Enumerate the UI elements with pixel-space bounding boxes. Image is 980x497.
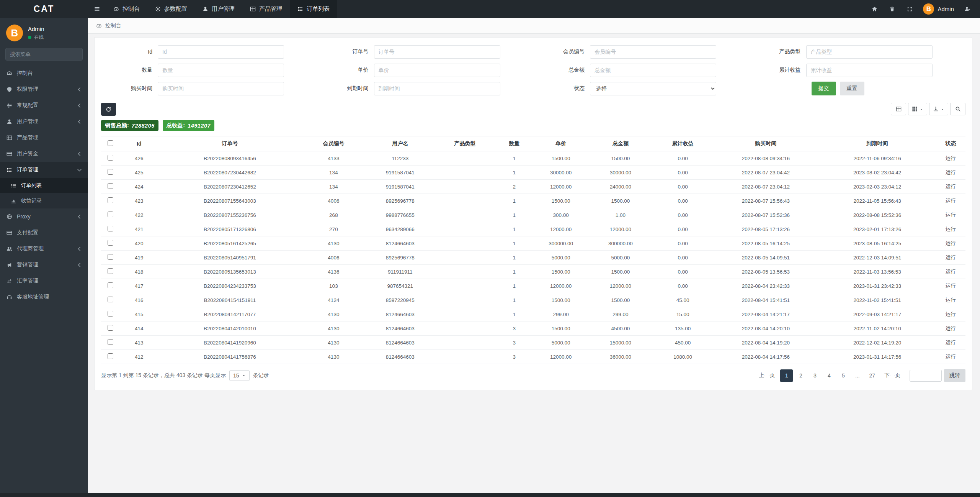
member-no-input[interactable] bbox=[590, 45, 716, 59]
order-no-input[interactable] bbox=[374, 45, 500, 59]
sidebar-item-link[interactable]: 控制台 bbox=[0, 65, 88, 81]
sidebar-item-link[interactable]: 常规配置 bbox=[0, 97, 88, 113]
col-order-no[interactable]: 订单号 bbox=[158, 136, 302, 151]
buy-time-input[interactable] bbox=[158, 82, 284, 95]
table-row[interactable]: 417B20220804234233753103987654321112000.… bbox=[101, 279, 965, 293]
toggle-view-button[interactable] bbox=[891, 103, 906, 115]
sidebar-item-link[interactable]: 权限管理 bbox=[0, 81, 88, 97]
table-row[interactable]: 421B202208051713268062709634289066112000… bbox=[101, 222, 965, 236]
select-all-checkbox[interactable] bbox=[108, 140, 113, 146]
topnav-item-0[interactable]: 控制台 bbox=[106, 0, 147, 18]
table-row[interactable]: 425B202208072304426821349191587041130000… bbox=[101, 166, 965, 180]
sidebar-item-link[interactable]: 支付配置 bbox=[0, 225, 88, 241]
col-expire-time[interactable]: 到期时间 bbox=[818, 136, 936, 151]
columns-button[interactable] bbox=[908, 103, 927, 115]
row-checkbox[interactable] bbox=[108, 169, 113, 175]
clear-cache-button[interactable] bbox=[883, 6, 901, 12]
refresh-button[interactable] bbox=[101, 103, 116, 116]
status-select[interactable]: 选择 bbox=[590, 82, 716, 95]
page-size-dropdown[interactable]: 15 bbox=[229, 370, 250, 381]
id-input[interactable] bbox=[158, 45, 284, 59]
unit-price-input[interactable] bbox=[374, 64, 500, 77]
col-unit-price[interactable]: 单价 bbox=[533, 136, 589, 151]
col-buy-time[interactable]: 购买时间 bbox=[713, 136, 818, 151]
row-checkbox[interactable] bbox=[108, 325, 113, 331]
col-member-no[interactable]: 会员编号 bbox=[302, 136, 366, 151]
row-checkbox[interactable] bbox=[108, 311, 113, 317]
table-row[interactable]: 418B20220805135653013413691191191111500.… bbox=[101, 265, 965, 279]
page-button-3[interactable]: 3 bbox=[808, 369, 821, 382]
table-row[interactable]: 413B202208041419209604130812466460335000… bbox=[101, 336, 965, 350]
reset-button[interactable]: 重置 bbox=[840, 82, 864, 95]
export-button[interactable] bbox=[929, 103, 948, 115]
col-earnings[interactable]: 累计收益 bbox=[653, 136, 713, 151]
sidebar-item-link[interactable]: 产品管理 bbox=[0, 130, 88, 146]
sidebar-item-link[interactable]: 代理商管理 bbox=[0, 241, 88, 257]
home-button[interactable] bbox=[866, 6, 883, 12]
col-username[interactable]: 用户名 bbox=[366, 136, 435, 151]
sidebar-item-link[interactable]: 订单管理 bbox=[0, 162, 88, 178]
menu-search-input[interactable] bbox=[6, 48, 82, 60]
earnings-input[interactable] bbox=[806, 64, 933, 77]
page-button-5[interactable]: 5 bbox=[837, 369, 849, 382]
table-row[interactable]: 424B202208072304126521349191587041212000… bbox=[101, 180, 965, 194]
table-row[interactable]: 420B202208051614252654130812466460313000… bbox=[101, 236, 965, 251]
table-row[interactable]: 414B202208041420100104130812466460331500… bbox=[101, 321, 965, 336]
navbar-user-menu[interactable]: B Admin bbox=[918, 3, 959, 15]
row-checkbox[interactable] bbox=[108, 226, 113, 231]
product-type-input[interactable] bbox=[806, 45, 933, 59]
prev-page-button[interactable]: 上一页 bbox=[755, 369, 779, 382]
col-product-type[interactable]: 产品类型 bbox=[435, 136, 495, 151]
table-row[interactable]: 412B202208041417568764130812466460331200… bbox=[101, 350, 965, 364]
row-checkbox[interactable] bbox=[108, 155, 113, 161]
topnav-item-4[interactable]: 订单列表 bbox=[290, 0, 337, 18]
row-checkbox[interactable] bbox=[108, 297, 113, 302]
sidebar-item-link[interactable]: 营销管理 bbox=[0, 257, 88, 273]
page-button-4[interactable]: 4 bbox=[823, 369, 835, 382]
submit-button[interactable]: 提交 bbox=[812, 82, 836, 95]
row-checkbox[interactable] bbox=[108, 268, 113, 274]
col-id[interactable]: Id bbox=[120, 136, 158, 151]
col-status[interactable]: 状态 bbox=[936, 136, 965, 151]
page-button-2[interactable]: 2 bbox=[794, 369, 807, 382]
sidebar-subitem[interactable]: 收益记录 bbox=[0, 193, 88, 208]
table-row[interactable]: 426B20220808093416456413311223311500.001… bbox=[101, 151, 965, 166]
row-checkbox[interactable] bbox=[108, 282, 113, 288]
jump-page-input[interactable] bbox=[910, 370, 942, 382]
sidebar-item-link[interactable]: 用户管理 bbox=[0, 113, 88, 130]
table-row[interactable]: 423B202208071556430034006892569677811500… bbox=[101, 194, 965, 208]
table-row[interactable]: 415B20220804142117077413081246646031299.… bbox=[101, 307, 965, 321]
search-toggle-button[interactable] bbox=[950, 103, 965, 115]
row-checkbox[interactable] bbox=[108, 339, 113, 345]
sidebar-item-link[interactable]: Proxy bbox=[0, 208, 88, 225]
sidebar-item-link[interactable]: 汇率管理 bbox=[0, 273, 88, 289]
menu-search-button[interactable] bbox=[82, 48, 83, 60]
account-settings-button[interactable] bbox=[959, 6, 976, 12]
topnav-item-2[interactable]: 用户管理 bbox=[195, 0, 242, 18]
row-checkbox[interactable] bbox=[108, 197, 113, 203]
table-row[interactable]: 419B202208051409517914006892569677815000… bbox=[101, 251, 965, 265]
sidebar-subitem[interactable]: 订单列表 bbox=[0, 178, 88, 193]
expire-time-input[interactable] bbox=[374, 82, 500, 95]
page-button-1[interactable]: 1 bbox=[780, 369, 793, 382]
row-checkbox[interactable] bbox=[108, 183, 113, 189]
fullscreen-button[interactable] bbox=[901, 6, 918, 12]
sidebar-item-link[interactable]: 客服地址管理 bbox=[0, 289, 88, 305]
table-row[interactable]: 422B2022080715523675626899887766551300.0… bbox=[101, 208, 965, 222]
qty-input[interactable] bbox=[158, 64, 284, 77]
next-page-button[interactable]: 下一页 bbox=[880, 369, 904, 382]
row-checkbox[interactable] bbox=[108, 212, 113, 217]
sidebar-toggle-button[interactable] bbox=[88, 0, 106, 18]
total-amount-input[interactable] bbox=[590, 64, 716, 77]
row-checkbox[interactable] bbox=[108, 240, 113, 246]
row-checkbox[interactable] bbox=[108, 353, 113, 359]
col-qty[interactable]: 数量 bbox=[495, 136, 533, 151]
sidebar-item-link[interactable]: 用户资金 bbox=[0, 146, 88, 162]
row-checkbox[interactable] bbox=[108, 254, 113, 260]
page-button-27[interactable]: 27 bbox=[865, 369, 879, 382]
col-total-amount[interactable]: 总金额 bbox=[588, 136, 652, 151]
topnav-item-1[interactable]: 参数配置 bbox=[147, 0, 195, 18]
table-row[interactable]: 416B202208041541519114124859722094511500… bbox=[101, 293, 965, 307]
jump-button[interactable]: 跳转 bbox=[944, 369, 965, 382]
topnav-item-3[interactable]: 产品管理 bbox=[242, 0, 290, 18]
